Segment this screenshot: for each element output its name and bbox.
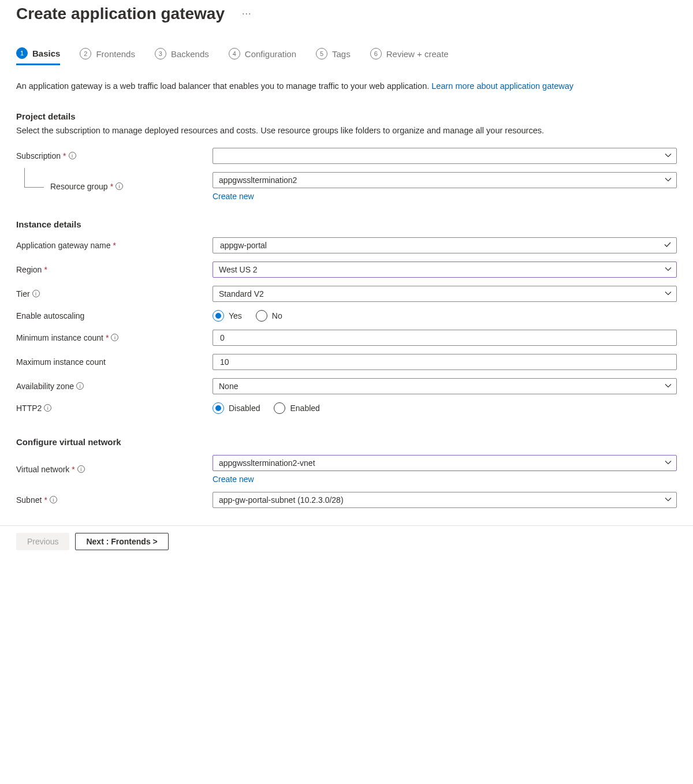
info-icon[interactable]: i: [32, 290, 40, 297]
learn-more-link[interactable]: Learn more about application gateway: [431, 81, 573, 91]
chevron-down-icon: [665, 176, 672, 185]
info-icon[interactable]: i: [77, 465, 85, 473]
subnet-select[interactable]: app-gw-portal-subnet (10.2.3.0/28): [213, 492, 677, 508]
project-details-description: Select the subscription to manage deploy…: [16, 125, 677, 137]
region-label: Region *: [16, 265, 213, 274]
max-instance-label: Maximum instance count: [16, 357, 213, 367]
virtual-network-label: Virtual network * i: [16, 465, 213, 474]
max-instance-input[interactable]: [213, 354, 677, 370]
autoscale-no-radio[interactable]: No: [256, 310, 282, 322]
min-instance-label: Minimum instance count * i: [16, 333, 213, 342]
tier-select[interactable]: Standard V2: [213, 286, 677, 302]
info-icon[interactable]: i: [50, 496, 57, 503]
tier-label: Tier i: [16, 289, 213, 298]
virtual-network-select[interactable]: appgwssltermination2-vnet: [213, 455, 677, 471]
wizard-footer: Previous Next : Frontends >: [0, 526, 693, 557]
info-icon[interactable]: i: [69, 152, 76, 159]
tab-step-number: 6: [370, 48, 382, 59]
tab-basics[interactable]: 1 Basics: [16, 47, 60, 65]
http2-disabled-radio[interactable]: Disabled: [213, 402, 260, 414]
chevron-down-icon: [665, 495, 672, 505]
availability-zone-label: Availability zone i: [16, 382, 213, 391]
tab-backends[interactable]: 3 Backends: [155, 48, 209, 64]
wizard-tabs: 1 Basics 2 Frontends 3 Backends 4 Config…: [16, 47, 677, 65]
chevron-down-icon: [665, 458, 672, 468]
chevron-down-icon: [665, 151, 672, 160]
gateway-name-label: Application gateway name *: [16, 241, 213, 250]
http2-label: HTTP2 i: [16, 404, 213, 413]
tab-tags[interactable]: 5 Tags: [316, 48, 351, 64]
overflow-menu-icon[interactable]: ···: [242, 9, 251, 19]
autoscaling-label: Enable autoscaling: [16, 311, 213, 320]
resource-group-select[interactable]: appgwssltermination2: [213, 172, 677, 188]
create-new-resource-group-link[interactable]: Create new: [213, 192, 254, 201]
resource-group-label: Resource group * i: [16, 182, 213, 191]
subscription-select[interactable]: [213, 148, 677, 164]
tab-step-number: 5: [316, 48, 327, 59]
info-icon[interactable]: i: [116, 182, 123, 190]
http2-enabled-radio[interactable]: Enabled: [274, 402, 319, 414]
intro-text: An application gateway is a web traffic …: [16, 80, 677, 93]
next-button[interactable]: Next : Frontends >: [75, 533, 168, 550]
min-instance-input[interactable]: [213, 330, 677, 346]
tab-frontends[interactable]: 2 Frontends: [80, 48, 135, 64]
section-instance-details: Instance details: [16, 219, 677, 229]
info-icon[interactable]: i: [44, 404, 51, 412]
tab-label: Review + create: [386, 49, 449, 59]
section-project-details: Project details: [16, 111, 677, 121]
tab-label: Basics: [32, 48, 60, 58]
tab-label: Configuration: [245, 49, 296, 59]
subnet-label: Subnet * i: [16, 495, 213, 505]
chevron-down-icon: [665, 265, 672, 274]
create-new-vnet-link[interactable]: Create new: [213, 475, 254, 484]
region-select[interactable]: West US 2: [213, 262, 677, 278]
tab-step-number: 4: [229, 48, 240, 59]
tab-review-create[interactable]: 6 Review + create: [370, 48, 449, 64]
section-virtual-network: Configure virtual network: [16, 437, 677, 447]
tab-step-number: 2: [80, 48, 91, 59]
gateway-name-input[interactable]: [213, 237, 677, 253]
chevron-down-icon: [665, 382, 672, 391]
page-title: Create application gateway: [16, 5, 225, 23]
tab-step-number: 1: [16, 47, 28, 59]
check-icon: [664, 240, 672, 250]
tab-configuration[interactable]: 4 Configuration: [229, 48, 296, 64]
chevron-down-icon: [665, 289, 672, 298]
info-icon[interactable]: i: [111, 334, 118, 341]
previous-button: Previous: [16, 533, 69, 550]
info-icon[interactable]: i: [76, 382, 84, 390]
autoscale-yes-radio[interactable]: Yes: [213, 310, 242, 322]
subscription-label: Subscription * i: [16, 151, 213, 160]
tab-label: Backends: [171, 49, 209, 59]
tab-step-number: 3: [155, 48, 166, 59]
availability-zone-select[interactable]: None: [213, 378, 677, 394]
tab-label: Tags: [332, 49, 351, 59]
tab-label: Frontends: [96, 49, 135, 59]
